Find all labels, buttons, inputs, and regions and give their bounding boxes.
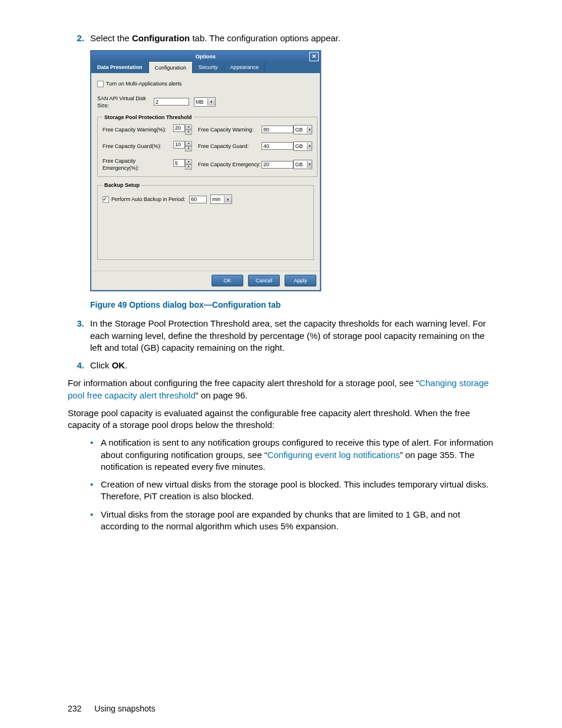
- step-3: 3. In the Storage Pool Protection Thresh…: [68, 318, 494, 354]
- backup-unit-select[interactable]: min▾: [210, 195, 232, 204]
- guard-pct-spinner[interactable]: ▴▾: [173, 141, 198, 151]
- warn-input[interactable]: [262, 126, 293, 133]
- step-2: 2. Select the Configuration tab. The con…: [68, 32, 494, 44]
- tab-strip: Data Presentation Configuration Security…: [91, 62, 320, 73]
- guard-pct-label: Free Capacity Guard(%):: [103, 143, 173, 150]
- warn-pct-label: Free Capacity Warning(%):: [103, 126, 173, 133]
- backup-period-input[interactable]: [189, 196, 207, 203]
- backup-checkbox[interactable]: [103, 196, 109, 203]
- step-4-text: Click OK.: [90, 360, 494, 371]
- emer-pct-spinner[interactable]: ▴▾: [173, 159, 198, 170]
- multiapp-checkbox[interactable]: [97, 81, 104, 87]
- dialog-footer: OK Cancel Apply: [91, 271, 320, 290]
- vdisk-size-label: SAN API Virtual Disk Size:: [97, 95, 154, 109]
- emer-unit-select[interactable]: GB▾: [293, 160, 312, 169]
- emer-input[interactable]: [262, 161, 293, 169]
- section-title: Using snapshots: [94, 704, 156, 713]
- warn-label: Free Capacity Warning:: [198, 126, 262, 133]
- step-4-number: 4.: [68, 360, 84, 371]
- step-2-number: 2.: [68, 32, 84, 44]
- page-number: 232: [68, 703, 81, 714]
- cancel-button[interactable]: Cancel: [248, 275, 280, 286]
- ok-button[interactable]: OK: [211, 275, 243, 286]
- step-4: 4. Click OK.: [68, 360, 494, 371]
- guard-label: Free Capacity Guard:: [198, 143, 262, 150]
- multiapp-label: Turn on Multi-Applications alerts: [106, 80, 181, 87]
- dialog-title: Options: [196, 54, 216, 60]
- step-3-text: In the Storage Pool Protection Threshold…: [90, 318, 494, 354]
- close-icon[interactable]: ✕: [309, 52, 319, 61]
- tab-data-presentation[interactable]: Data Presentation: [91, 62, 149, 73]
- guard-unit-select[interactable]: GB▾: [293, 141, 312, 151]
- page-footer: 232 Using snapshots: [68, 703, 494, 714]
- step-3-number: 3.: [68, 318, 84, 354]
- vdisk-size-input[interactable]: [154, 98, 189, 106]
- threshold-legend: Storage Pool Protection Threshold: [103, 114, 194, 121]
- threshold-group: Storage Pool Protection Threshold Free C…: [97, 114, 318, 177]
- backup-legend: Backup Setup: [103, 182, 141, 189]
- emer-label: Free Capacity Emergency:: [198, 161, 262, 168]
- warn-unit-select[interactable]: GB▾: [293, 125, 312, 134]
- chevron-down-icon: ▾: [207, 98, 215, 106]
- options-dialog: Options ✕ Data Presentation Configuratio…: [90, 50, 321, 291]
- guard-input[interactable]: [262, 142, 293, 150]
- paragraph-eval: Storage pool capacity is evaluated again…: [68, 407, 494, 431]
- figure-caption: Figure 49 Options dialog box—Configurati…: [90, 299, 494, 311]
- tab-security[interactable]: Security: [193, 62, 224, 73]
- emer-pct-label: Free Capacity Emergency(%):: [103, 157, 173, 172]
- tab-configuration[interactable]: Configuration: [149, 62, 193, 73]
- step-2-text: Select the Configuration tab. The config…: [90, 32, 494, 44]
- dialog-titlebar: Options ✕: [91, 51, 320, 62]
- bullet-3: Virtual disks from the storage pool are …: [90, 509, 494, 533]
- paragraph-see-also: For information about configuring the fr…: [68, 377, 494, 401]
- backup-label: Perform Auto Backup in Period:: [111, 196, 189, 203]
- backup-group: Backup Setup Perform Auto Backup in Peri…: [97, 182, 314, 260]
- apply-button[interactable]: Apply: [285, 275, 316, 286]
- bullet-2: Creation of new virtual disks from the s…: [90, 479, 494, 503]
- warn-pct-spinner[interactable]: ▴▾: [173, 124, 198, 135]
- vdisk-unit-select[interactable]: MB▾: [194, 97, 216, 107]
- bullet-list: A notification is sent to any notificati…: [68, 437, 494, 532]
- link-event-log[interactable]: Configuring event log notifications: [267, 450, 400, 460]
- bullet-1: A notification is sent to any notificati…: [90, 437, 494, 473]
- dialog-body: Turn on Multi-Applications alerts SAN AP…: [91, 73, 320, 271]
- tab-appearance[interactable]: Appearance: [224, 62, 266, 73]
